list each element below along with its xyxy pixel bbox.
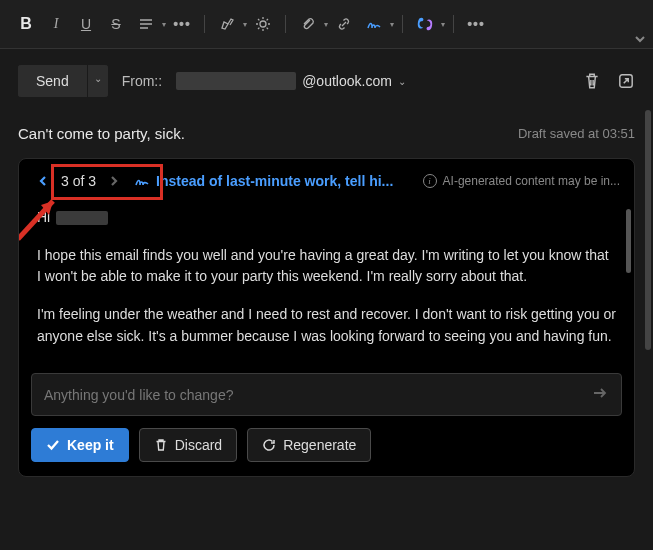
regenerate-button[interactable]: Regenerate: [247, 428, 371, 462]
ai-refine-input-wrapper: [31, 373, 622, 416]
send-options-dropdown[interactable]: ⌄: [87, 65, 108, 97]
ai-suggestion-title[interactable]: Instead of last-minute work, tell hi...: [134, 173, 393, 189]
greeting-text: Hi: [37, 207, 50, 229]
send-button[interactable]: Send: [18, 65, 87, 97]
from-local-redacted: [176, 72, 296, 90]
from-account-selector[interactable]: @outlook.com ⌄: [176, 72, 406, 90]
trash-icon: [154, 438, 168, 452]
chevron-down-icon[interactable]: ▾: [243, 20, 247, 29]
keep-it-button[interactable]: Keep it: [31, 428, 129, 462]
copilot-icon[interactable]: [411, 10, 439, 38]
from-row: Send ⌄ From:: @outlook.com ⌄: [0, 49, 653, 113]
pager-next-button[interactable]: [104, 171, 124, 191]
more-icon[interactable]: •••: [462, 10, 490, 38]
line-height-icon[interactable]: [132, 10, 160, 38]
draft-status: Draft saved at 03:51: [518, 126, 635, 141]
strikethrough-icon[interactable]: S: [102, 10, 130, 38]
more-formatting-icon[interactable]: •••: [168, 10, 196, 38]
pager-prev-button[interactable]: [33, 171, 53, 191]
refresh-icon: [262, 438, 276, 452]
body-paragraph: I hope this email finds you well and you…: [37, 245, 616, 288]
discard-button[interactable]: Discard: [139, 428, 237, 462]
check-icon: [46, 438, 60, 452]
chevron-down-icon[interactable]: ▾: [324, 20, 328, 29]
ai-draft-panel: 3 of 3 Instead of last-minute work, tell…: [18, 158, 635, 477]
subject-row: Can't come to party, sick. Draft saved a…: [0, 113, 653, 158]
chevron-down-icon[interactable]: ▾: [441, 20, 445, 29]
info-icon: i: [423, 174, 437, 188]
suggestion-pager: 3 of 3: [33, 171, 124, 191]
link-icon[interactable]: [330, 10, 358, 38]
recipient-redacted: [56, 211, 108, 225]
body-scrollbar[interactable]: [626, 209, 631, 273]
collapse-chevron-icon[interactable]: [633, 32, 647, 49]
submit-arrow-icon[interactable]: [591, 384, 609, 405]
subject-text[interactable]: Can't come to party, sick.: [18, 125, 185, 142]
highlight-icon[interactable]: [213, 10, 241, 38]
italic-icon[interactable]: I: [42, 10, 70, 38]
ai-refine-input[interactable]: [44, 387, 591, 403]
bold-icon[interactable]: B: [12, 10, 40, 38]
pager-text: 3 of 3: [61, 173, 96, 189]
formatting-toolbar: B I U S ▾ ••• ▾ ▾ ▾ ▾: [0, 0, 653, 49]
body-paragraph: I'm feeling under the weather and I need…: [37, 304, 616, 347]
panel-scrollbar[interactable]: [645, 110, 651, 350]
chevron-down-icon[interactable]: ▾: [390, 20, 394, 29]
underline-icon[interactable]: U: [72, 10, 100, 38]
brightness-icon[interactable]: [249, 10, 277, 38]
popout-icon[interactable]: [617, 72, 635, 90]
delete-icon[interactable]: [583, 72, 601, 90]
from-domain: @outlook.com: [302, 73, 392, 89]
chevron-down-icon: ⌄: [398, 76, 406, 87]
ai-disclaimer[interactable]: i AI-generated content may be in...: [423, 174, 620, 188]
svg-point-0: [260, 21, 266, 27]
attachment-icon[interactable]: [294, 10, 322, 38]
ai-draft-body: Hi I hope this email finds you well and …: [19, 203, 634, 373]
signature-icon[interactable]: [360, 10, 388, 38]
from-label: From::: [122, 73, 162, 89]
chevron-down-icon[interactable]: ▾: [162, 20, 166, 29]
